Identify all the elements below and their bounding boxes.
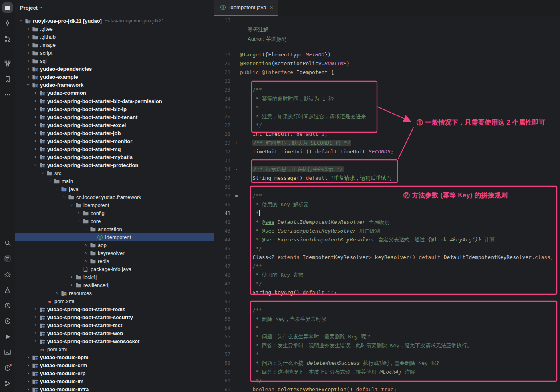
- tree-item-yudao-framework[interactable]: ›yudao-framework: [15, 81, 214, 89]
- chevron-icon[interactable]: ›: [32, 155, 38, 159]
- code-line-53[interactable]: 53 * 删除 Key，当发生异常时候: [214, 315, 560, 324]
- chevron-icon[interactable]: ›: [25, 66, 31, 71]
- tree-item-yudao-spring-boot-starter-biz-ip[interactable]: ›yudao-spring-boot-starter-biz-ip: [15, 105, 214, 113]
- chevron-icon[interactable]: ›: [62, 194, 67, 200]
- line-number[interactable]: 44: [214, 235, 233, 244]
- tree-item-resilience4j[interactable]: ›resilience4j: [15, 281, 214, 289]
- line-number[interactable]: 39: [214, 191, 233, 200]
- chevron-icon[interactable]: ›: [32, 115, 38, 119]
- code-line-43[interactable]: 43 * @see UserIdempotentKeyResolver 用户级别: [214, 227, 560, 235]
- code-line-26[interactable]: 26 * 注意，如果执行时间超过它，请求还是会进来: [214, 112, 560, 121]
- chevron-icon[interactable]: ›: [54, 291, 60, 296]
- chevron-icon[interactable]: ›: [68, 275, 75, 279]
- code-line-50[interactable]: 50 String keyArg() default "";: [214, 288, 560, 297]
- line-number[interactable]: 52: [214, 306, 233, 315]
- code-line-39[interactable]: 39≡ /**: [214, 191, 560, 200]
- tree-item-cn-iocoder-yudao-framework[interactable]: ›cn.iocoder.yudao.framework: [15, 193, 214, 201]
- chevron-icon[interactable]: ›: [32, 99, 38, 103]
- tree-item-yudao-module-infra[interactable]: ›yudao-module-infra: [15, 385, 214, 392]
- chevron-icon[interactable]: ›: [68, 283, 75, 287]
- code-line-22[interactable]: 22: [214, 77, 560, 86]
- chevron-icon[interactable]: ›: [83, 251, 89, 255]
- tree-item-yudao-spring-boot-starter-excel[interactable]: ›yudao-spring-boot-starter-excel: [15, 121, 214, 129]
- chevron-icon[interactable]: ›: [55, 186, 60, 192]
- tree-item-image[interactable]: ›.image: [15, 41, 214, 49]
- chevron-icon[interactable]: ›: [77, 218, 81, 224]
- tree-item-yudao-spring-boot-starter-job[interactable]: ›yudao-spring-boot-starter-job: [15, 129, 214, 137]
- line-number[interactable]: 32: [214, 147, 233, 156]
- code-line-34[interactable]: 34› /** 提示信息，正在执行中的提示 */: [214, 165, 560, 174]
- tree-item-yudao-module-bpm[interactable]: ›yudao-module-bpm: [15, 353, 214, 361]
- tree-item-yudao-dependencies[interactable]: ›yudao-dependencies: [15, 65, 214, 73]
- chevron-icon[interactable]: ›: [25, 42, 31, 47]
- code-line-48[interactable]: 48 * 使用的 Key 参数: [214, 271, 560, 279]
- line-number[interactable]: 37: [214, 174, 233, 183]
- line-number[interactable]: 55: [214, 332, 233, 341]
- line-number[interactable]: 54: [214, 324, 233, 332]
- code-line-44[interactable]: 44 * @see ExpressionIdempotentKeyResolve…: [214, 235, 560, 244]
- chevron-icon[interactable]: ›: [25, 26, 31, 31]
- chevron-icon[interactable]: ›: [40, 170, 45, 176]
- tree-item-yudao-spring-boot-starter-websocket[interactable]: ›yudao-spring-boot-starter-websocket: [15, 337, 214, 345]
- line-number[interactable]: 61: [214, 385, 233, 392]
- debug-icon[interactable]: [2, 269, 13, 279]
- fold-arrow-icon[interactable]: ›: [233, 139, 240, 147]
- tree-item-yudao-example[interactable]: ›yudao-example: [15, 73, 214, 81]
- code-line-29[interactable]: 29› /** 时间单位，默认为 SECONDS 秒 */: [214, 139, 560, 147]
- chevron-icon[interactable]: ›: [69, 202, 74, 208]
- line-number[interactable]: 21: [214, 68, 233, 77]
- services-icon[interactable]: [2, 316, 13, 326]
- code-line-40[interactable]: 40 * 使用的 Key 解析器: [214, 200, 560, 209]
- chevron-icon[interactable]: ›: [25, 74, 31, 79]
- chevron-icon[interactable]: ›: [32, 307, 38, 312]
- tree-item-package-info-java[interactable]: package-info.java: [15, 265, 214, 273]
- line-number[interactable]: 22: [214, 77, 233, 86]
- chevron-icon[interactable]: ›: [32, 90, 38, 95]
- code-line-55[interactable]: 55 * 问题：为什么发生异常时，需要删除 Key 呢？: [214, 332, 560, 341]
- chevron-icon[interactable]: ›: [25, 58, 31, 63]
- tree-item-yudao-spring-boot-starter-mybatis[interactable]: ›yudao-spring-boot-starter-mybatis: [15, 153, 214, 161]
- tree-item-yudao-spring-boot-starter-security[interactable]: ›yudao-spring-boot-starter-security: [15, 313, 214, 321]
- code-line-21[interactable]: 21public @interface Idempotent {: [214, 68, 560, 77]
- line-number[interactable]: 27: [214, 121, 233, 130]
- tree-item-script[interactable]: ›script: [15, 49, 214, 57]
- chevron-icon[interactable]: ›: [25, 34, 31, 39]
- code-line-49[interactable]: 49 */: [214, 279, 560, 288]
- tree-item-yudao-module-im[interactable]: ›yudao-module-im: [15, 377, 214, 385]
- code-line-33[interactable]: 33: [214, 156, 560, 165]
- code-line-51[interactable]: 51: [214, 297, 560, 306]
- code-line-32[interactable]: 32 TimeUnit timeUnit() default TimeUnit.…: [214, 147, 560, 156]
- tree-item-yudao-spring-boot-starter-mq[interactable]: ›yudao-spring-boot-starter-mq: [15, 145, 214, 153]
- chevron-icon[interactable]: ›: [25, 387, 31, 392]
- code-line-57[interactable]: 57 *: [214, 350, 560, 359]
- chevron-icon[interactable]: ›: [25, 379, 31, 384]
- line-number[interactable]: 43: [214, 227, 233, 235]
- line-number[interactable]: 48: [214, 271, 233, 279]
- chevron-down-icon[interactable]: ›: [38, 7, 44, 8]
- line-number[interactable]: 45: [214, 244, 233, 253]
- tree-item-github[interactable]: ›.github: [15, 33, 214, 41]
- chevron-icon[interactable]: ›: [32, 315, 38, 320]
- code-line-61[interactable]: 61 boolean deleteKeyWhenException() defa…: [214, 385, 560, 392]
- line-number[interactable]: 49: [214, 279, 233, 288]
- tree-item-yudao-spring-boot-starter-web[interactable]: ›yudao-spring-boot-starter-web: [15, 329, 214, 337]
- line-number[interactable]: 42: [214, 218, 233, 227]
- line-number[interactable]: 38: [214, 183, 233, 191]
- line-number[interactable]: 47: [214, 262, 233, 271]
- tree-item-java[interactable]: ›java: [15, 185, 214, 193]
- code-line-20[interactable]: 20@Retention(RetentionPolicy.RUNTIME): [214, 59, 560, 68]
- line-number[interactable]: 25: [214, 103, 233, 112]
- line-number[interactable]: 19: [214, 50, 233, 59]
- project-panel-header[interactable]: Project ›: [15, 0, 214, 15]
- tree-item-idempotent[interactable]: ›idempotent: [15, 201, 214, 209]
- fold-arrow-icon[interactable]: ›: [233, 165, 240, 174]
- tree-item-yudao-spring-boot-starter-biz-data-permission[interactable]: ›yudao-spring-boot-starter-biz-data-perm…: [15, 97, 214, 105]
- tree-item-core[interactable]: ›core: [15, 217, 214, 225]
- tree-item-yudao-spring-boot-starter-monitor[interactable]: ›yudao-spring-boot-starter-monitor: [15, 137, 214, 145]
- code-line-46[interactable]: 46 Class<? extends IdempotentKeyResolver…: [214, 253, 560, 262]
- tree-item-ruoyi-vue-pro-jdk21-yudao[interactable]: ›ruoyi-vue-pro-jdk21 [yudao]~/Java/ruoyi…: [15, 17, 214, 25]
- chevron-icon[interactable]: ›: [25, 363, 31, 368]
- tree-item-resources[interactable]: ›resources: [15, 289, 214, 297]
- tree-item-src[interactable]: ›src: [15, 169, 214, 177]
- line-number[interactable]: 60: [214, 376, 233, 385]
